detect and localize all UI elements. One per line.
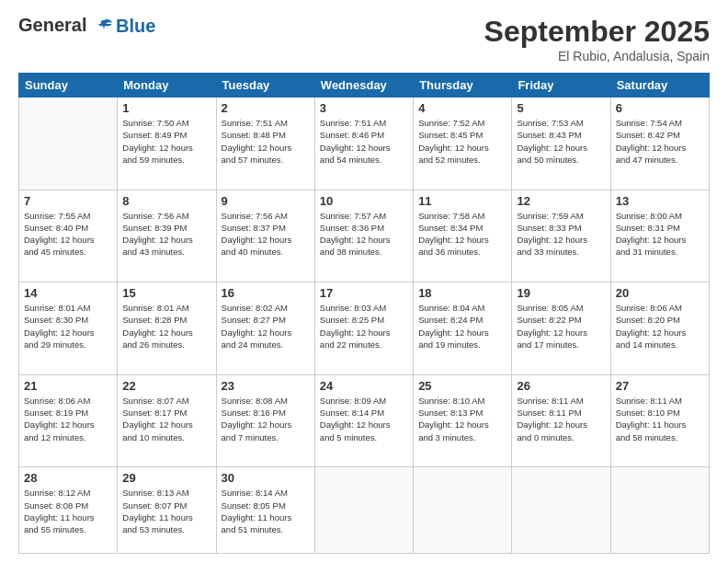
- weekday-header-row: SundayMondayTuesdayWednesdayThursdayFrid…: [19, 74, 710, 98]
- month-title: September 2025: [484, 15, 710, 49]
- day-info: Sunrise: 7:51 AM Sunset: 8:48 PM Dayligh…: [222, 117, 310, 166]
- calendar-cell: 19Sunrise: 8:05 AM Sunset: 8:22 PM Dayli…: [512, 282, 610, 375]
- day-info: Sunrise: 7:56 AM Sunset: 8:39 PM Dayligh…: [122, 210, 210, 259]
- calendar-cell: [610, 467, 709, 554]
- day-number: 12: [517, 194, 605, 208]
- calendar-cell: 3Sunrise: 7:51 AM Sunset: 8:46 PM Daylig…: [314, 98, 413, 190]
- calendar-cell: 4Sunrise: 7:52 AM Sunset: 8:45 PM Daylig…: [414, 98, 512, 190]
- calendar-cell: 30Sunrise: 8:14 AM Sunset: 8:05 PM Dayli…: [216, 467, 314, 554]
- calendar-cell: 13Sunrise: 8:00 AM Sunset: 8:31 PM Dayli…: [610, 190, 709, 282]
- day-number: 13: [616, 194, 704, 208]
- weekday-header-cell: Saturday: [610, 74, 709, 98]
- calendar-cell: 14Sunrise: 8:01 AM Sunset: 8:30 PM Dayli…: [19, 282, 118, 375]
- day-info: Sunrise: 7:52 AM Sunset: 8:45 PM Dayligh…: [418, 117, 506, 166]
- day-number: 16: [222, 286, 310, 300]
- weekday-header-cell: Monday: [118, 74, 216, 98]
- day-number: 15: [122, 286, 210, 300]
- calendar-cell: 20Sunrise: 8:06 AM Sunset: 8:20 PM Dayli…: [610, 282, 709, 375]
- day-number: 27: [616, 379, 704, 393]
- calendar-cell: [512, 467, 610, 554]
- day-info: Sunrise: 8:01 AM Sunset: 8:30 PM Dayligh…: [24, 302, 112, 350]
- day-info: Sunrise: 8:11 AM Sunset: 8:10 PM Dayligh…: [616, 395, 704, 443]
- logo-line1: General: [18, 15, 86, 35]
- day-number: 22: [122, 379, 210, 393]
- day-info: Sunrise: 7:51 AM Sunset: 8:46 PM Dayligh…: [320, 117, 408, 166]
- day-info: Sunrise: 8:12 AM Sunset: 8:08 PM Dayligh…: [24, 487, 112, 535]
- calendar-cell: [314, 467, 413, 554]
- day-info: Sunrise: 8:11 AM Sunset: 8:11 PM Dayligh…: [517, 395, 605, 443]
- title-block: September 2025 El Rubio, Andalusia, Spai…: [484, 15, 710, 63]
- day-info: Sunrise: 7:56 AM Sunset: 8:37 PM Dayligh…: [222, 210, 310, 259]
- day-info: Sunrise: 8:02 AM Sunset: 8:27 PM Dayligh…: [222, 302, 310, 350]
- day-number: 10: [320, 194, 408, 208]
- day-info: Sunrise: 7:50 AM Sunset: 8:49 PM Dayligh…: [122, 117, 210, 166]
- day-info: Sunrise: 8:14 AM Sunset: 8:05 PM Dayligh…: [222, 487, 310, 535]
- calendar-cell: 17Sunrise: 8:03 AM Sunset: 8:25 PM Dayli…: [314, 282, 413, 375]
- day-info: Sunrise: 7:55 AM Sunset: 8:40 PM Dayligh…: [24, 210, 112, 259]
- day-number: 2: [222, 101, 310, 115]
- day-info: Sunrise: 8:01 AM Sunset: 8:28 PM Dayligh…: [122, 302, 210, 350]
- calendar-cell: 24Sunrise: 8:09 AM Sunset: 8:14 PM Dayli…: [314, 374, 413, 467]
- day-info: Sunrise: 8:03 AM Sunset: 8:25 PM Dayligh…: [320, 302, 408, 350]
- day-info: Sunrise: 8:00 AM Sunset: 8:31 PM Dayligh…: [616, 210, 704, 259]
- day-info: Sunrise: 8:10 AM Sunset: 8:13 PM Dayligh…: [418, 395, 506, 443]
- calendar-cell: 6Sunrise: 7:54 AM Sunset: 8:42 PM Daylig…: [610, 98, 709, 190]
- day-number: 26: [517, 379, 605, 393]
- calendar-cell: 25Sunrise: 8:10 AM Sunset: 8:13 PM Dayli…: [414, 374, 512, 467]
- calendar-week-row: 21Sunrise: 8:06 AM Sunset: 8:19 PM Dayli…: [19, 374, 710, 467]
- day-number: 30: [222, 471, 310, 485]
- weekday-header-cell: Friday: [512, 74, 610, 98]
- weekday-header-cell: Tuesday: [216, 74, 314, 98]
- day-number: 11: [418, 194, 506, 208]
- day-info: Sunrise: 8:07 AM Sunset: 8:17 PM Dayligh…: [122, 395, 210, 443]
- calendar-cell: 28Sunrise: 8:12 AM Sunset: 8:08 PM Dayli…: [19, 467, 118, 554]
- calendar-table: SundayMondayTuesdayWednesdayThursdayFrid…: [18, 73, 710, 554]
- calendar-cell: 29Sunrise: 8:13 AM Sunset: 8:07 PM Dayli…: [118, 467, 216, 554]
- day-number: 17: [320, 286, 408, 300]
- calendar-cell: 18Sunrise: 8:04 AM Sunset: 8:24 PM Dayli…: [414, 282, 512, 375]
- calendar-week-row: 14Sunrise: 8:01 AM Sunset: 8:30 PM Dayli…: [19, 282, 710, 375]
- day-number: 4: [418, 101, 506, 115]
- day-info: Sunrise: 7:54 AM Sunset: 8:42 PM Dayligh…: [616, 117, 704, 166]
- day-number: 25: [418, 379, 506, 393]
- page: General Blue September 2025 El Rubio, An…: [0, 0, 728, 563]
- calendar-cell: 2Sunrise: 7:51 AM Sunset: 8:48 PM Daylig…: [216, 98, 314, 190]
- day-info: Sunrise: 8:05 AM Sunset: 8:22 PM Dayligh…: [517, 302, 605, 350]
- day-number: 9: [222, 194, 310, 208]
- day-info: Sunrise: 8:09 AM Sunset: 8:14 PM Dayligh…: [320, 395, 408, 443]
- day-number: 14: [24, 286, 112, 300]
- calendar-cell: 12Sunrise: 7:59 AM Sunset: 8:33 PM Dayli…: [512, 190, 610, 282]
- calendar-cell: 15Sunrise: 8:01 AM Sunset: 8:28 PM Dayli…: [118, 282, 216, 375]
- day-number: 24: [320, 379, 408, 393]
- calendar-cell: 23Sunrise: 8:08 AM Sunset: 8:16 PM Dayli…: [216, 374, 314, 467]
- logo-bird-icon: [94, 17, 114, 37]
- logo-line2: Blue: [116, 16, 155, 36]
- calendar-cell: 10Sunrise: 7:57 AM Sunset: 8:36 PM Dayli…: [314, 190, 413, 282]
- calendar-cell: [414, 467, 512, 554]
- day-info: Sunrise: 7:58 AM Sunset: 8:34 PM Dayligh…: [418, 210, 506, 259]
- logo-text: General Blue: [18, 15, 155, 37]
- day-number: 3: [320, 101, 408, 115]
- day-number: 29: [122, 471, 210, 485]
- day-info: Sunrise: 7:57 AM Sunset: 8:36 PM Dayligh…: [320, 210, 408, 259]
- day-number: 6: [616, 101, 704, 115]
- weekday-header-cell: Sunday: [19, 74, 118, 98]
- header: General Blue September 2025 El Rubio, An…: [18, 15, 710, 63]
- day-info: Sunrise: 8:04 AM Sunset: 8:24 PM Dayligh…: [418, 302, 506, 350]
- calendar-cell: 22Sunrise: 8:07 AM Sunset: 8:17 PM Dayli…: [118, 374, 216, 467]
- day-info: Sunrise: 7:59 AM Sunset: 8:33 PM Dayligh…: [517, 210, 605, 259]
- logo: General Blue: [18, 15, 155, 37]
- weekday-header-cell: Wednesday: [314, 74, 413, 98]
- calendar-cell: 16Sunrise: 8:02 AM Sunset: 8:27 PM Dayli…: [216, 282, 314, 375]
- day-number: 8: [122, 194, 210, 208]
- calendar-week-row: 1Sunrise: 7:50 AM Sunset: 8:49 PM Daylig…: [19, 98, 710, 190]
- day-info: Sunrise: 8:13 AM Sunset: 8:07 PM Dayligh…: [122, 487, 210, 535]
- calendar-cell: 21Sunrise: 8:06 AM Sunset: 8:19 PM Dayli…: [19, 374, 118, 467]
- calendar-body: 1Sunrise: 7:50 AM Sunset: 8:49 PM Daylig…: [19, 98, 710, 554]
- calendar-week-row: 28Sunrise: 8:12 AM Sunset: 8:08 PM Dayli…: [19, 467, 710, 554]
- calendar-cell: 8Sunrise: 7:56 AM Sunset: 8:39 PM Daylig…: [118, 190, 216, 282]
- day-info: Sunrise: 8:06 AM Sunset: 8:19 PM Dayligh…: [24, 395, 112, 443]
- calendar-cell: 5Sunrise: 7:53 AM Sunset: 8:43 PM Daylig…: [512, 98, 610, 190]
- day-info: Sunrise: 8:06 AM Sunset: 8:20 PM Dayligh…: [616, 302, 704, 350]
- calendar-cell: 9Sunrise: 7:56 AM Sunset: 8:37 PM Daylig…: [216, 190, 314, 282]
